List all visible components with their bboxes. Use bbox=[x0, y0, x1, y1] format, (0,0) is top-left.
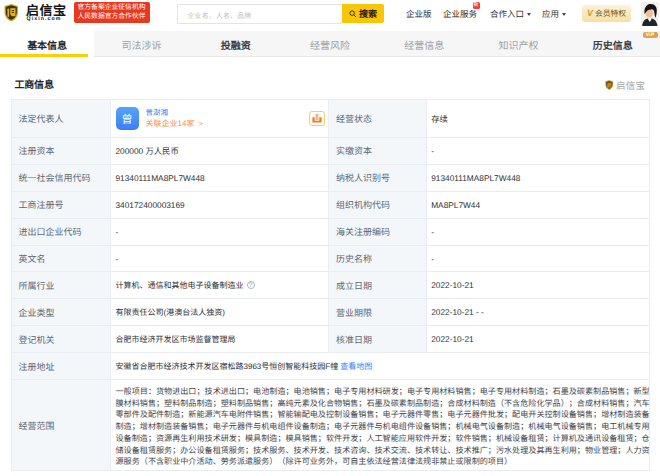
svg-text:启: 启 bbox=[607, 81, 612, 88]
